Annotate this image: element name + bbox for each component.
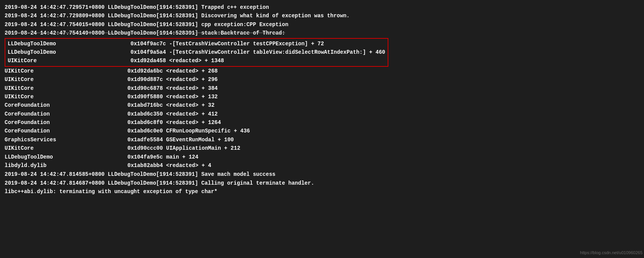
stack-frame-lib: LLDebugToolDemo [8,40,130,48]
stack-frame-addr: 0x1d90ccc00 UIApplicationMain + 212 [127,144,240,152]
stack-frame-addr: 0x1d92da6bc <redacted> + 268 [127,67,218,75]
log-line: 2019-08-24 14:42:47.729571+0800 LLDebugT… [5,3,639,12]
stack-frame-addr: 0x104f9a5a4 -[TestCrashViewController ta… [130,48,385,56]
log-lines-header: 2019-08-24 14:42:47.729571+0800 LLDebugT… [5,3,639,38]
stack-frame-row: GraphicsServices 0x1adfe5584 GSEventRunM… [5,136,639,144]
stack-frame-lib: LLDebugToolDemo [5,153,127,161]
stack-frame-row: LLDebugToolDemo 0x104f9a5a4 -[TestCrashV… [8,48,385,56]
stack-frame-addr: 0x1d92da458 <redacted> + 1348 [130,56,224,65]
stack-frame-lib: GraphicsServices [5,136,127,144]
stack-frame-lib: libdyld.dylib [5,161,127,170]
log-container: 2019-08-24 14:42:47.729571+0800 LLDebugT… [5,3,639,196]
watermark: https://blog.csdn.net/u010960265 [580,250,642,256]
stack-frame-lib: UIKitCore [5,93,127,101]
stack-frame-lib: CoreFoundation [5,110,127,118]
log-line: 2019-08-24 14:42:47.814585+0800 LLDebugT… [5,170,639,179]
stack-frame-addr: 0x104f9ac7c -[TestCrashViewController te… [130,40,324,48]
stack-frame-addr: 0x1d90d887c <redacted> + 296 [127,75,218,84]
stack-trace-table: LLDebugToolDemo 0x104f9ac7c -[TestCrashV… [5,38,639,170]
stack-frame-addr: 0x1ab82abb4 <redacted> + 4 [127,161,211,170]
stack-frame-row: CoreFoundation 0x1abd6c0e0 CFRunLoopRunS… [5,127,639,135]
log-line: 2019-08-24 14:42:47.729809+0800 LLDebugT… [5,12,639,20]
stack-frame-lib: UIKitCore [5,144,127,152]
log-line: libc++abi.dylib: terminating with uncaug… [5,187,639,196]
log-lines-footer: 2019-08-24 14:42:47.814585+0800 LLDebugT… [5,170,639,196]
stack-frame-lib: UIKitCore [5,75,127,84]
stack-frame-row: UIKitCore 0x1d90f5880 <redacted> + 132 [5,93,639,101]
stack-frame-lib: UIKitCore [5,67,127,75]
stack-frame-lib: CoreFoundation [5,118,127,127]
stack-frame-row: CoreFoundation 0x1abd716bc <redacted> + … [5,101,639,109]
stack-frame-lib: CoreFoundation [5,101,127,109]
stack-frame-addr: 0x1abd6c0e0 CFRunLoopRunSpecific + 436 [127,127,250,135]
stack-frame-row: UIKitCore 0x1d92da6bc <redacted> + 268 [5,67,639,75]
stack-frame-addr: 0x104fa9e5c main + 124 [127,153,198,161]
stack-frame-addr: 0x1abd6c8f0 <redacted> + 1264 [127,118,221,127]
stack-frame-row: UIKitCore 0x1d92da458 <redacted> + 1348 [8,56,385,65]
stack-frame-row: UIKitCore 0x1d90ccc00 UIApplicationMain … [5,144,639,152]
stack-frame-addr: 0x1abd6c350 <redacted> + 412 [127,110,218,118]
log-line: 2019-08-24 14:42:47.754015+0800 LLDebugT… [5,20,639,29]
stack-frame-row: LLDebugToolDemo 0x104f9ac7c -[TestCrashV… [8,40,385,48]
stack-frame-addr: 0x1d90c6878 <redacted> + 384 [127,84,218,93]
log-line: 2019-08-24 14:42:47.814687+0800 LLDebugT… [5,179,639,187]
stack-frame-row: libdyld.dylib 0x1ab82abb4 <redacted> + 4 [5,161,639,170]
stack-frame-row: CoreFoundation 0x1abd6c8f0 <redacted> + … [5,118,639,127]
stack-frame-row: UIKitCore 0x1d90c6878 <redacted> + 384 [5,84,639,93]
stack-frame-addr: 0x1abd716bc <redacted> + 32 [127,101,215,109]
stack-frame-addr: 0x1adfe5584 GSEventRunModal + 100 [127,136,234,144]
stack-frame-addr: 0x1d90f5880 <redacted> + 132 [127,93,218,101]
log-line: 2019-08-24 14:42:47.754149+0800 LLDebugT… [5,29,639,37]
stack-frame-lib: LLDebugToolDemo [8,48,130,56]
stack-frame-row: UIKitCore 0x1d90d887c <redacted> + 296 [5,75,639,84]
stack-frame-row: CoreFoundation 0x1abd6c350 <redacted> + … [5,110,639,118]
stack-frame-row: LLDebugToolDemo 0x104fa9e5c main + 124 [5,153,639,161]
stack-frame-lib: UIKitCore [5,84,127,93]
stack-frame-lib: UIKitCore [8,56,130,65]
stack-frame-lib: CoreFoundation [5,127,127,135]
